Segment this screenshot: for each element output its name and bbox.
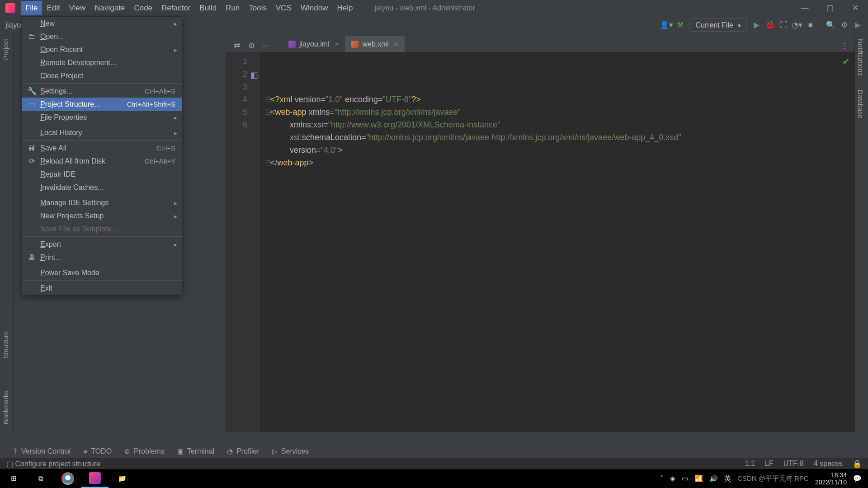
coverage-button[interactable]: ⛶ bbox=[777, 19, 790, 32]
file-menu-power-save-mode[interactable]: Power Save Mode bbox=[22, 266, 182, 279]
search-icon[interactable]: 🔍 bbox=[824, 19, 837, 32]
menu-window[interactable]: Window bbox=[296, 1, 332, 15]
bottom-tool-todo[interactable]: ≡TODO bbox=[83, 447, 112, 455]
bookmarks-tool[interactable]: Bookmarks bbox=[0, 386, 11, 429]
code-editor[interactable]: ◧ 123456 ✔ ⊟<?xml version="1.0" encoding… bbox=[226, 52, 854, 432]
menubar: FileEditViewNavigateCodeRefactorBuildRun… bbox=[21, 1, 357, 15]
menu-build[interactable]: Build bbox=[195, 1, 221, 15]
bottom-tool-problems[interactable]: ⊘Problems bbox=[124, 447, 165, 455]
collapse-icon[interactable]: ― bbox=[259, 39, 272, 52]
maximize-button[interactable]: ▢ bbox=[817, 0, 843, 16]
chevron-right-icon bbox=[174, 212, 177, 220]
inspection-ok-icon: ✔ bbox=[842, 55, 850, 68]
tray-up-icon[interactable]: ˄ bbox=[660, 474, 664, 483]
database-tool[interactable]: Database bbox=[855, 85, 866, 123]
file-menu-export[interactable]: Export bbox=[22, 238, 182, 251]
file-menu-open-recent[interactable]: Open Recent bbox=[22, 43, 182, 56]
file-menu-local-history[interactable]: Local History bbox=[22, 126, 182, 139]
project-tool[interactable]: Project bbox=[0, 34, 11, 65]
term-icon: ▣ bbox=[177, 447, 184, 455]
menu-navigate[interactable]: Navigate bbox=[90, 1, 129, 15]
file-menu-project-structure[interactable]: ▭Project Structure...Ctrl+Alt+Shift+S bbox=[22, 98, 182, 111]
tab-more-button[interactable]: ⋮ bbox=[838, 39, 851, 52]
encoding[interactable]: UTF-8 bbox=[783, 460, 804, 468]
menu-help[interactable]: Help bbox=[332, 1, 357, 15]
bottom-tool-services[interactable]: ▷Services bbox=[272, 447, 309, 455]
tray-volume-icon[interactable]: 🔊 bbox=[709, 474, 718, 483]
tab-jiayou-iml[interactable]: jiayou.iml× bbox=[282, 36, 345, 52]
file-menu-close-project[interactable]: Close Project bbox=[22, 69, 182, 82]
file-menu-manage-ide-settings[interactable]: Manage IDE Settings bbox=[22, 196, 182, 209]
run-button[interactable]: ▶ bbox=[750, 19, 763, 32]
play-icon: ▷ bbox=[272, 447, 278, 455]
file-menu-remote-development[interactable]: Remote Development... bbox=[22, 56, 182, 69]
file-menu-new-projects-setup[interactable]: New Projects Setup bbox=[22, 209, 182, 222]
close-button[interactable]: ✕ bbox=[843, 0, 868, 16]
taskview-button[interactable]: ⧉ bbox=[27, 469, 54, 488]
explorer-pin[interactable]: 📁 bbox=[108, 469, 136, 488]
file-menu-dropdown[interactable]: New🗀Open...Open RecentRemote Development… bbox=[22, 16, 182, 295]
menu-tools[interactable]: Tools bbox=[244, 1, 271, 15]
code-inspection-icon[interactable]: ◧ bbox=[250, 69, 258, 77]
menu-file[interactable]: File bbox=[21, 1, 42, 15]
gear-icon[interactable]: ⚙ bbox=[837, 19, 851, 32]
start-button[interactable]: ⊞ bbox=[0, 469, 27, 488]
file-menu-settings[interactable]: 🔧Settings...Ctrl+Alt+S bbox=[22, 84, 182, 98]
menu-run[interactable]: Run bbox=[221, 1, 244, 15]
save-icon: 🖬 bbox=[28, 144, 36, 152]
taskbar-clock[interactable]: 18:342022/11/10 bbox=[815, 471, 847, 486]
intellij-pin[interactable] bbox=[81, 469, 108, 488]
build-hammer-icon[interactable]: ⚒ bbox=[673, 19, 687, 32]
menu-code[interactable]: Code bbox=[129, 1, 157, 15]
editor-tabstrip: ⇄ ⚙ ― jiayou.iml×web.xml× ⋮ bbox=[226, 34, 854, 52]
bottom-tool-profiler[interactable]: ◔Profiler bbox=[227, 447, 259, 455]
bottom-tool-terminal[interactable]: ▣Terminal bbox=[177, 447, 214, 455]
sync-icon[interactable]: ▶ bbox=[851, 19, 864, 32]
readonly-lock-icon[interactable]: 🔒 bbox=[853, 460, 862, 468]
file-menu-exit[interactable]: Exit bbox=[22, 282, 182, 295]
menu-view[interactable]: View bbox=[65, 1, 90, 15]
tray-battery-icon[interactable]: ▭ bbox=[682, 474, 688, 483]
file-menu-new[interactable]: New bbox=[22, 17, 182, 30]
code-content[interactable]: ✔ ⊟<?xml version="1.0" encoding="UTF-8"?… bbox=[260, 52, 854, 432]
app-icon bbox=[5, 3, 15, 13]
menu-refactor[interactable]: Refactor bbox=[157, 1, 195, 15]
user-icon[interactable]: 👤▾ bbox=[660, 19, 673, 32]
chrome-pin[interactable] bbox=[61, 472, 74, 485]
file-menu-reload-all-from-disk[interactable]: ⟳Reload All from DiskCtrl+Alt+Y bbox=[22, 155, 182, 168]
watermark: CSDN @平平无奇 RPC bbox=[737, 474, 809, 483]
minimize-button[interactable]: ― bbox=[792, 0, 817, 16]
indent[interactable]: 4 spaces bbox=[814, 460, 843, 468]
menu-vcs[interactable]: VCS bbox=[271, 1, 296, 15]
file-menu-invalidate-caches[interactable]: Invalidate Caches... bbox=[22, 181, 182, 194]
menu-edit[interactable]: Edit bbox=[42, 1, 64, 15]
compare-icon[interactable]: ⇄ bbox=[231, 39, 243, 52]
tray-icon-1[interactable]: ◈ bbox=[670, 474, 675, 483]
tray-notifications-icon[interactable]: 💬 bbox=[853, 474, 862, 483]
profile-button[interactable]: ◔▾ bbox=[790, 19, 804, 32]
tray-wifi-icon[interactable]: 📶 bbox=[694, 474, 703, 483]
run-config-selector[interactable]: Current File bbox=[689, 19, 747, 32]
tab-close-icon[interactable]: × bbox=[394, 40, 398, 48]
notifications-tool[interactable]: Notifications bbox=[855, 34, 866, 80]
file-menu-open[interactable]: 🗀Open... bbox=[22, 30, 182, 43]
gear-small-icon[interactable]: ⚙ bbox=[245, 39, 258, 52]
file-menu-file-properties[interactable]: File Properties bbox=[22, 111, 182, 124]
debug-button[interactable]: 🐞 bbox=[763, 19, 777, 32]
breadcrumb[interactable]: jiayo bbox=[4, 21, 21, 30]
bottom-tool-version-control[interactable]: ᛘVersion Control bbox=[14, 447, 71, 455]
tab-web-xml[interactable]: web.xml× bbox=[345, 36, 404, 52]
structure-tool[interactable]: Structure bbox=[0, 327, 11, 363]
stop-button[interactable]: ■ bbox=[804, 19, 817, 32]
status-bar: ▢ Configure project structure 1:1 LF UTF… bbox=[0, 458, 868, 469]
run-config-label: Current File bbox=[695, 21, 733, 29]
tray-ime-icon[interactable]: 英 bbox=[724, 474, 731, 483]
gutter: ◧ 123456 bbox=[226, 52, 260, 432]
window-controls: ― ▢ ✕ bbox=[792, 0, 868, 16]
line-ending[interactable]: LF bbox=[765, 460, 774, 468]
caret-position[interactable]: 1:1 bbox=[745, 460, 755, 468]
tab-close-icon[interactable]: × bbox=[335, 40, 339, 48]
file-menu-repair-ide[interactable]: Repair IDE bbox=[22, 168, 182, 181]
file-menu-save-all[interactable]: 🖬Save AllCtrl+S bbox=[22, 141, 182, 155]
file-menu-print[interactable]: 🖶Print... bbox=[22, 251, 182, 264]
